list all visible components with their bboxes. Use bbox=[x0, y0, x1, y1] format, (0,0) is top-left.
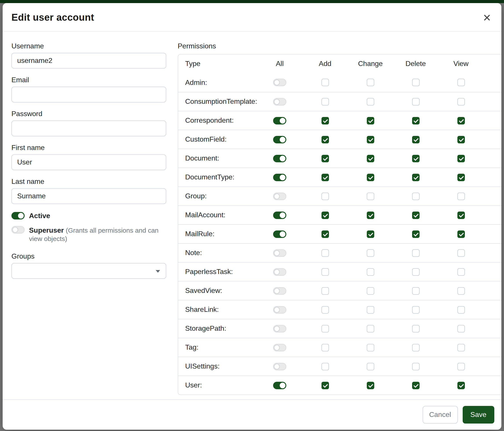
permission-delete-checkbox[interactable] bbox=[412, 325, 419, 332]
email-field[interactable] bbox=[11, 87, 166, 102]
permission-change-checkbox[interactable] bbox=[367, 344, 374, 351]
first-name-field[interactable] bbox=[11, 154, 166, 170]
permission-all-toggle[interactable] bbox=[273, 344, 286, 351]
permission-all-toggle[interactable] bbox=[273, 173, 286, 181]
permission-add-checkbox[interactable] bbox=[321, 173, 329, 181]
permission-delete-checkbox[interactable] bbox=[412, 230, 419, 238]
permission-change-checkbox[interactable] bbox=[367, 98, 374, 105]
permission-view-checkbox[interactable] bbox=[457, 382, 465, 389]
permission-view-checkbox[interactable] bbox=[457, 287, 465, 295]
permission-all-toggle[interactable] bbox=[273, 117, 286, 124]
permission-add-checkbox[interactable] bbox=[321, 136, 329, 143]
permission-add-checkbox[interactable] bbox=[321, 192, 329, 200]
permission-view-checkbox[interactable] bbox=[457, 230, 465, 238]
permission-row: PaperlessTask: bbox=[178, 262, 501, 281]
permission-add-checkbox[interactable] bbox=[321, 79, 329, 86]
active-toggle[interactable] bbox=[11, 212, 25, 219]
permission-add-checkbox[interactable] bbox=[321, 325, 329, 332]
permission-all-toggle[interactable] bbox=[273, 287, 286, 295]
permission-add-checkbox[interactable] bbox=[321, 249, 329, 257]
permission-all-toggle[interactable] bbox=[273, 268, 286, 276]
permission-all-toggle[interactable] bbox=[273, 79, 286, 86]
permission-add-checkbox[interactable] bbox=[321, 230, 329, 238]
permission-change-checkbox[interactable] bbox=[367, 268, 374, 276]
save-button[interactable]: Save bbox=[462, 406, 494, 423]
permission-delete-checkbox[interactable] bbox=[412, 192, 419, 200]
permission-view-checkbox[interactable] bbox=[457, 173, 465, 181]
permission-all-toggle[interactable] bbox=[273, 306, 286, 313]
permission-add-checkbox[interactable] bbox=[321, 344, 329, 351]
permission-all-toggle[interactable] bbox=[273, 249, 286, 257]
permission-delete-checkbox[interactable] bbox=[412, 136, 419, 143]
permission-view-checkbox[interactable] bbox=[457, 117, 465, 124]
permission-add-checkbox[interactable] bbox=[321, 211, 329, 219]
permission-delete-checkbox[interactable] bbox=[412, 363, 419, 370]
permission-add-checkbox[interactable] bbox=[321, 117, 329, 124]
permission-change-checkbox[interactable] bbox=[367, 363, 374, 370]
permission-all-toggle[interactable] bbox=[273, 230, 286, 238]
permission-view-checkbox[interactable] bbox=[457, 268, 465, 276]
superuser-toggle[interactable] bbox=[11, 226, 25, 233]
permission-delete-checkbox[interactable] bbox=[412, 344, 419, 351]
permission-all-toggle[interactable] bbox=[273, 192, 286, 200]
permission-all-toggle[interactable] bbox=[273, 211, 286, 219]
permission-change-checkbox[interactable] bbox=[367, 155, 374, 162]
permission-delete-checkbox[interactable] bbox=[412, 306, 419, 313]
permission-delete-checkbox[interactable] bbox=[412, 173, 419, 181]
permission-view-checkbox[interactable] bbox=[457, 249, 465, 257]
permission-all-toggle[interactable] bbox=[273, 363, 286, 370]
permission-all-toggle[interactable] bbox=[273, 155, 286, 162]
permission-delete-checkbox[interactable] bbox=[412, 117, 419, 124]
permission-all-toggle[interactable] bbox=[273, 382, 286, 389]
permission-change-checkbox[interactable] bbox=[367, 117, 374, 124]
permission-add-checkbox[interactable] bbox=[321, 363, 329, 370]
permission-change-checkbox[interactable] bbox=[367, 173, 374, 181]
permission-view-checkbox[interactable] bbox=[457, 79, 465, 86]
permission-view-checkbox[interactable] bbox=[457, 211, 465, 219]
permission-view-checkbox[interactable] bbox=[457, 98, 465, 105]
permission-delete-checkbox[interactable] bbox=[412, 268, 419, 276]
permission-change-checkbox[interactable] bbox=[367, 306, 374, 313]
permission-add-checkbox[interactable] bbox=[321, 155, 329, 162]
permission-view-checkbox[interactable] bbox=[457, 344, 465, 351]
permission-change-checkbox[interactable] bbox=[367, 192, 374, 200]
permission-change-checkbox[interactable] bbox=[367, 249, 374, 257]
permissions-rows: Admin: ConsumptionTemplate: Corresponden… bbox=[178, 73, 501, 395]
permission-add-checkbox[interactable] bbox=[321, 268, 329, 276]
permission-change-checkbox[interactable] bbox=[367, 79, 374, 86]
permission-change-checkbox[interactable] bbox=[367, 136, 374, 143]
password-field[interactable] bbox=[11, 120, 166, 136]
permission-all-toggle[interactable] bbox=[273, 136, 286, 143]
permission-change-checkbox[interactable] bbox=[367, 325, 374, 332]
permission-delete-checkbox[interactable] bbox=[412, 211, 419, 219]
permission-view-checkbox[interactable] bbox=[457, 306, 465, 313]
permission-all-toggle[interactable] bbox=[273, 325, 286, 332]
permission-change-checkbox[interactable] bbox=[367, 230, 374, 238]
permission-change-checkbox[interactable] bbox=[367, 287, 374, 295]
permission-add-checkbox[interactable] bbox=[321, 98, 329, 105]
permission-row: ConsumptionTemplate: bbox=[178, 92, 501, 111]
permission-delete-checkbox[interactable] bbox=[412, 98, 419, 105]
permission-all-toggle[interactable] bbox=[273, 98, 286, 105]
permission-change-checkbox[interactable] bbox=[367, 211, 374, 219]
last-name-label: Last name bbox=[11, 178, 166, 186]
cancel-button[interactable]: Cancel bbox=[423, 406, 458, 423]
close-icon[interactable]: × bbox=[481, 11, 493, 24]
permission-view-checkbox[interactable] bbox=[457, 155, 465, 162]
permission-view-checkbox[interactable] bbox=[457, 325, 465, 332]
permission-view-checkbox[interactable] bbox=[457, 363, 465, 370]
permission-delete-checkbox[interactable] bbox=[412, 249, 419, 257]
username-input[interactable] bbox=[11, 53, 166, 69]
permission-view-checkbox[interactable] bbox=[457, 136, 465, 143]
permission-view-checkbox[interactable] bbox=[457, 192, 465, 200]
permission-delete-checkbox[interactable] bbox=[412, 382, 419, 389]
groups-select[interactable] bbox=[11, 263, 166, 279]
permission-delete-checkbox[interactable] bbox=[412, 287, 419, 295]
last-name-field[interactable] bbox=[11, 188, 166, 204]
permission-add-checkbox[interactable] bbox=[321, 382, 329, 389]
permission-add-checkbox[interactable] bbox=[321, 287, 329, 295]
permission-delete-checkbox[interactable] bbox=[412, 79, 419, 86]
permission-change-checkbox[interactable] bbox=[367, 382, 374, 389]
permission-delete-checkbox[interactable] bbox=[412, 155, 419, 162]
permission-add-checkbox[interactable] bbox=[321, 306, 329, 313]
